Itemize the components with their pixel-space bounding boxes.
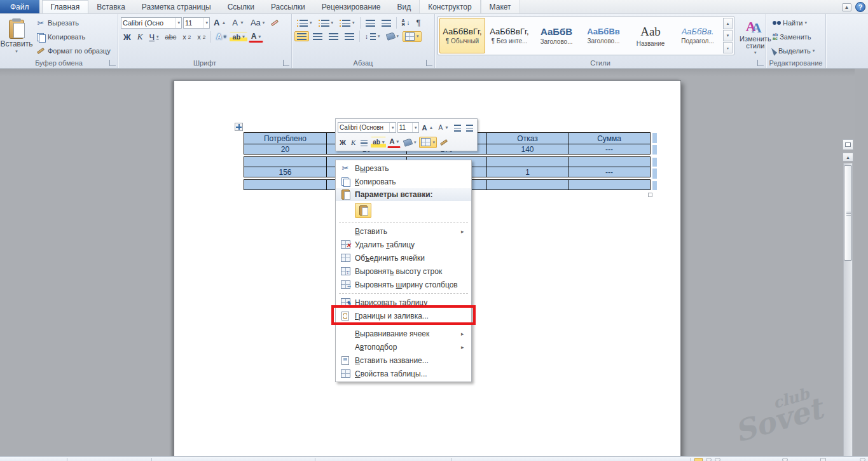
replace-button[interactable]: abac Заменить — [770, 31, 822, 43]
table-cell[interactable]: 140 — [487, 144, 568, 154]
copy-button[interactable]: Копировать — [33, 31, 113, 43]
increase-indent-button[interactable] — [379, 18, 394, 28]
table-move-handle-icon[interactable] — [235, 123, 243, 131]
mini-shrink-font-button[interactable]: А▼ — [436, 122, 451, 134]
view-print-layout-button[interactable] — [694, 458, 703, 461]
scroll-up-icon[interactable]: ▲ — [843, 153, 853, 162]
table-header-cell[interactable]: Отказ — [487, 133, 568, 144]
zoom-slider-handle[interactable] — [820, 458, 826, 461]
change-case-button[interactable]: Aa▾ — [248, 17, 267, 29]
mini-format-painter-button[interactable] — [438, 137, 450, 148]
menu-item-table-properties[interactable]: Свойства таблицы... — [336, 367, 471, 380]
gallery-more-icon[interactable]: ▾ — [723, 42, 733, 53]
mini-increase-indent-button[interactable] — [464, 122, 475, 134]
grow-font-button[interactable]: А▲ — [211, 17, 228, 29]
style-heading2[interactable]: АаБбВв Заголово... — [581, 18, 626, 53]
table-cell[interactable] — [487, 157, 568, 167]
view-mode-button[interactable] — [715, 458, 720, 461]
menu-item-autofit[interactable]: Автоподбор ▸ — [336, 340, 471, 354]
format-painter-button[interactable]: Формат по образцу — [33, 45, 113, 57]
mini-decrease-indent-button[interactable] — [452, 122, 463, 134]
style-heading1[interactable]: АаБбВ Заголово... — [534, 18, 579, 53]
tab-table-layout[interactable]: Макет — [481, 0, 520, 13]
bullets-button[interactable]: ▾ — [294, 18, 315, 28]
tab-insert[interactable]: Вставка — [88, 0, 134, 13]
strikethrough-button[interactable]: abc — [163, 32, 179, 42]
paste-keep-formatting-button[interactable] — [355, 203, 371, 218]
menu-item-distribute-rows[interactable]: ↕ Выровнять высоту строк — [336, 265, 471, 278]
borders-button[interactable]: ▾ — [403, 31, 422, 42]
bold-button[interactable]: Ж — [121, 31, 134, 43]
ruler-toggle-button[interactable] — [843, 139, 853, 150]
table-cell[interactable] — [568, 180, 650, 189]
text-highlight-button[interactable]: ab▾ — [230, 32, 247, 42]
shrink-font-button[interactable]: А▼ — [230, 17, 247, 29]
table-cell[interactable] — [244, 157, 327, 167]
style-no-spacing[interactable]: АаБбВвГг, ¶ Без инте... — [486, 18, 532, 53]
table-header-cell[interactable]: Сумма — [568, 133, 650, 144]
table-cell[interactable]: --- — [568, 167, 650, 177]
show-marks-button[interactable]: ¶ — [414, 17, 424, 29]
tab-table-design[interactable]: Конструктор — [419, 0, 480, 13]
dialog-launcher-icon[interactable] — [426, 60, 432, 66]
mini-font-size-combo[interactable]: 11 ▾ — [397, 122, 419, 133]
numbering-button[interactable]: ▾ — [316, 18, 336, 28]
scrollbar-thumb[interactable] — [844, 165, 852, 261]
align-left-button[interactable] — [294, 31, 309, 41]
find-button[interactable]: Найти ▾ — [770, 17, 822, 29]
table-cell[interactable] — [568, 157, 650, 167]
menu-item-merge-cells[interactable]: Объединить ячейки — [336, 251, 471, 265]
style-title[interactable]: Aab Название — [628, 18, 673, 53]
dialog-launcher-icon[interactable] — [757, 60, 764, 66]
menu-item-insert[interactable]: Вставить ▸ — [336, 224, 471, 238]
mini-font-name-combo[interactable]: Calibri (Основн ▾ — [338, 122, 396, 133]
tab-mailings[interactable]: Рассылки — [263, 0, 313, 13]
justify-button[interactable] — [342, 31, 357, 41]
align-right-button[interactable] — [326, 31, 341, 41]
table-resize-handle[interactable] — [648, 193, 652, 197]
tab-view[interactable]: Вид — [389, 0, 419, 13]
font-color-button[interactable]: А▾ — [249, 32, 263, 43]
mini-align-center-button[interactable] — [359, 137, 369, 148]
select-button[interactable]: Выделить ▾ — [770, 45, 822, 57]
font-name-combo[interactable]: Calibri (Осно ▾ — [121, 17, 182, 29]
dialog-launcher-icon[interactable] — [283, 60, 289, 66]
mini-font-color-button[interactable]: А▾ — [387, 137, 400, 148]
mini-borders-button[interactable]: ▾ — [419, 137, 437, 148]
dialog-launcher-icon[interactable] — [109, 60, 116, 66]
table-cell[interactable]: --- — [568, 144, 650, 154]
line-spacing-button[interactable]: ↕▾ — [362, 31, 383, 41]
mini-shading-button[interactable]: ▾ — [402, 137, 418, 148]
tab-review[interactable]: Рецензирование — [313, 0, 389, 13]
style-subtitle[interactable]: АаБбВв. Подзагол... — [675, 18, 720, 53]
menu-item-distribute-columns[interactable]: ↔ Выровнять ширину столбцов — [336, 278, 471, 291]
table-header-cell[interactable]: Потреблено — [244, 133, 327, 144]
tab-file[interactable]: Файл — [0, 0, 39, 13]
style-normal[interactable]: АаБбВвГг, ¶ Обычный — [439, 18, 485, 53]
mini-highlight-button[interactable]: ab▾ — [371, 137, 386, 148]
table-cell[interactable] — [487, 180, 568, 189]
mini-bold-button[interactable]: Ж — [338, 137, 348, 148]
multilevel-list-button[interactable]: ▾ — [337, 18, 357, 28]
paste-button[interactable]: Вставить ▾ — [3, 16, 31, 58]
zoom-out-button[interactable] — [782, 458, 788, 461]
font-size-combo[interactable]: 11 ▾ — [183, 17, 210, 29]
align-center-button[interactable] — [310, 31, 325, 41]
table-cell[interactable] — [244, 180, 327, 189]
clear-formatting-button[interactable] — [268, 20, 281, 25]
table-cell[interactable]: 20 — [244, 144, 327, 154]
menu-item-copy[interactable]: Копировать — [336, 175, 471, 188]
gallery-scroll-down-icon[interactable]: ▼ — [723, 30, 733, 41]
cut-button[interactable]: ✂ Вырезать — [33, 17, 113, 29]
mini-italic-button[interactable]: К — [349, 137, 357, 148]
menu-item-cut[interactable]: ✂ Вырезать — [336, 162, 471, 175]
zoom-in-button[interactable] — [860, 458, 865, 461]
tab-home[interactable]: Главная — [42, 0, 89, 13]
mini-grow-font-button[interactable]: А▲ — [420, 122, 436, 134]
table-cell[interactable]: 1 — [487, 167, 568, 177]
menu-item-insert-caption[interactable]: Вставить название... — [336, 354, 471, 367]
collapse-ribbon-icon[interactable]: ▲ — [842, 3, 851, 11]
table-cell[interactable]: 156 — [244, 167, 327, 177]
italic-button[interactable]: К — [135, 31, 146, 43]
tab-references[interactable]: Ссылки — [219, 0, 263, 13]
